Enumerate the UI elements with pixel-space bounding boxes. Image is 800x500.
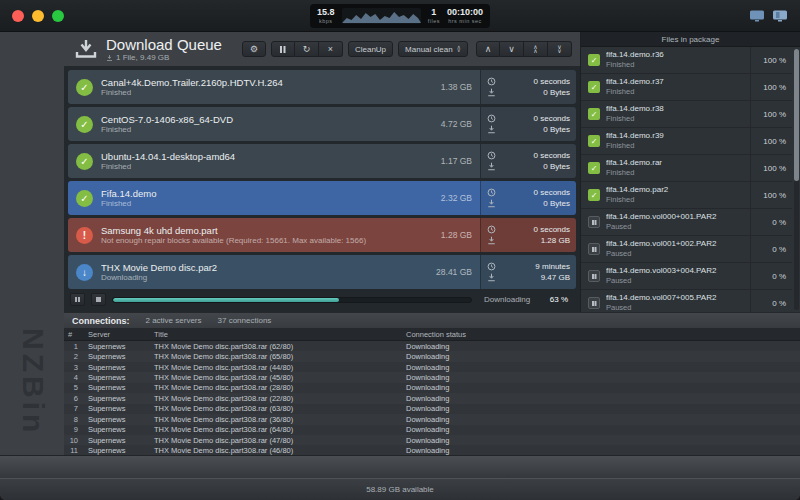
close-window-button[interactable] <box>12 10 24 22</box>
file-pause-icon[interactable] <box>588 216 600 228</box>
queue-row-centos[interactable]: ✓ CentOS-7.0-1406-x86_64-DVD Finished 4.… <box>68 107 576 141</box>
file-row[interactable]: ✓ fifa.14.demo.par2Finished 100 % <box>581 182 792 209</box>
file-name: fifa.14.demo.rar <box>606 158 750 168</box>
finished-check-icon: ✓ <box>76 79 93 96</box>
queue-item-name: Canal+4k.Demo.Trailer.2160p.HDTV.H.264 <box>101 77 433 88</box>
queue-row-canal[interactable]: ✓ Canal+4k.Demo.Trailer.2160p.HDTV.H.264… <box>68 70 576 104</box>
time-stat: 00:10:00 hrs min sec <box>447 8 483 25</box>
display-secondary-icon[interactable] <box>772 10 788 22</box>
file-check-icon[interactable]: ✓ <box>588 54 600 66</box>
file-status: Finished <box>606 141 750 150</box>
file-row[interactable]: ✓ fifa.14.demo.r39Finished 100 % <box>581 128 792 155</box>
file-status: Paused <box>606 249 750 258</box>
pause-item-button[interactable] <box>70 293 85 306</box>
file-row[interactable]: ✓ fifa.14.demo.r37Finished 100 % <box>581 74 792 101</box>
download-icon <box>487 162 496 171</box>
package-file-list: ✓ fifa.14.demo.r36Finished 100 % ✓ fifa.… <box>581 47 800 312</box>
files-unit: files <box>428 19 440 25</box>
queue-item-size: 1.38 GB <box>441 82 472 92</box>
connection-row: 10SupernewsTHX Movie Demo disc.part308.r… <box>64 435 800 445</box>
file-percent: 0 % <box>750 236 792 262</box>
file-check-icon[interactable]: ✓ <box>588 135 600 147</box>
file-name: fifa.14.demo.vol007+005.PAR2 <box>606 293 750 303</box>
disk-space-available: 58.89 GB available <box>366 485 434 494</box>
pause-icon <box>592 247 594 252</box>
move-to-bottom-button[interactable]: ∨∨ <box>548 41 572 57</box>
queue-item-status: Finished <box>101 125 433 135</box>
queue-row-ubuntu[interactable]: ✓ Ubuntu-14.04.1-desktop-amd64 Finished … <box>68 144 576 178</box>
file-check-icon[interactable]: ✓ <box>588 189 600 201</box>
stop-icon <box>96 297 101 302</box>
queue-item-status: Finished <box>101 88 433 98</box>
col-status: Connection status <box>402 330 800 339</box>
file-name: fifa.14.demo.r36 <box>606 50 750 60</box>
file-percent: 100 % <box>750 155 792 181</box>
manual-clean-dropdown[interactable]: Manual clean ∧∨ <box>398 41 468 57</box>
bytes-left: 0 Bytes <box>543 162 570 171</box>
speed-unit: kbps <box>319 19 333 25</box>
queue-control-group: ↻ × <box>271 41 343 57</box>
connections-count: 37 connections <box>218 316 272 325</box>
file-percent: 100 % <box>750 182 792 208</box>
progress-status-label: Downloading <box>484 295 530 304</box>
move-up-button[interactable]: ∧ <box>476 41 500 57</box>
move-down-button[interactable]: ∨ <box>500 41 524 57</box>
queue-item-stats: 0 seconds 0 Bytes <box>480 70 576 104</box>
file-check-icon[interactable]: ✓ <box>588 108 600 120</box>
resume-all-button[interactable]: ↻ <box>295 41 319 57</box>
queue-item-name: Ubuntu-14.04.1-desktop-amd64 <box>101 151 433 162</box>
pause-all-button[interactable] <box>271 41 295 57</box>
speed-stat: 15.8 kbps <box>317 8 335 25</box>
file-pause-icon[interactable] <box>588 297 600 309</box>
file-check-icon[interactable]: ✓ <box>588 81 600 93</box>
stop-item-button[interactable] <box>91 293 106 306</box>
cleanup-button[interactable]: CleanUp <box>348 41 393 57</box>
clock-icon <box>487 114 496 123</box>
panel-scrollbar[interactable] <box>794 49 799 310</box>
queue-row-samsung-error[interactable]: ! Samsung 4k uhd demo.part Not enough re… <box>68 218 576 252</box>
file-row[interactable]: fifa.14.demo.vol001+002.PAR2Paused 0 % <box>581 236 792 263</box>
file-row[interactable]: ✓ fifa.14.demo.rarFinished 100 % <box>581 155 792 182</box>
file-row[interactable]: fifa.14.demo.vol000+001.PAR2Paused 0 % <box>581 209 792 236</box>
file-pause-icon[interactable] <box>588 243 600 255</box>
pause-icon <box>280 46 282 53</box>
panel-title: Files in package <box>581 32 800 47</box>
queue-item-name: THX Movie Demo disc.par2 <box>101 262 428 273</box>
file-row[interactable]: ✓ fifa.14.demo.r36Finished 100 % <box>581 47 792 74</box>
move-to-top-button[interactable]: ∧∧ <box>524 41 548 57</box>
queue-progress-footer: Downloading 63 % <box>68 292 576 307</box>
queue-row-fifa-selected[interactable]: ✓ Fifa.14.demo Finished 2.32 GB 0 second… <box>68 181 576 215</box>
connection-row: 9SupernewsTHX Movie Demo disc.part308.ra… <box>64 425 800 435</box>
file-row[interactable]: ✓ fifa.14.demo.r38Finished 100 % <box>581 101 792 128</box>
queue-item-size: 1.17 GB <box>441 156 472 166</box>
file-row[interactable]: fifa.14.demo.vol003+004.PAR2Paused 0 % <box>581 263 792 290</box>
finished-check-icon: ✓ <box>76 116 93 133</box>
download-icon <box>487 88 496 97</box>
file-percent: 100 % <box>750 47 792 73</box>
file-status: Finished <box>606 87 750 96</box>
connection-row: 5SupernewsTHX Movie Demo disc.part308.ra… <box>64 383 800 393</box>
queue-item-stats: 0 seconds 0 Bytes <box>480 107 576 141</box>
active-servers-count: 2 active servers <box>146 316 202 325</box>
scrollbar-thumb[interactable] <box>794 49 799 181</box>
bytes-left: 0 Bytes <box>543 88 570 97</box>
file-name: fifa.14.demo.r37 <box>606 77 750 87</box>
clock-icon <box>487 262 496 271</box>
cancel-all-button[interactable]: × <box>319 41 343 57</box>
queue-item-stats: 0 seconds 0 Bytes <box>480 144 576 178</box>
queue-row-thx-downloading[interactable]: ↓ THX Movie Demo disc.par2 Downloading 2… <box>68 255 576 289</box>
display-icon[interactable] <box>749 10 765 22</box>
file-percent: 0 % <box>750 290 792 312</box>
file-percent: 100 % <box>750 128 792 154</box>
connection-row: 7SupernewsTHX Movie Demo disc.part308.ra… <box>64 404 800 414</box>
file-check-icon[interactable]: ✓ <box>588 162 600 174</box>
zoom-window-button[interactable] <box>52 10 64 22</box>
minimize-window-button[interactable] <box>32 10 44 22</box>
file-pause-icon[interactable] <box>588 270 600 282</box>
download-icon <box>487 125 496 134</box>
speed-graph <box>342 8 421 24</box>
progress-status: Downloading 63 % <box>478 295 574 304</box>
settings-button[interactable]: ⚙ <box>242 41 266 57</box>
file-row[interactable]: fifa.14.demo.vol007+005.PAR2Paused 0 % <box>581 290 792 312</box>
gear-icon: ⚙ <box>250 45 258 54</box>
